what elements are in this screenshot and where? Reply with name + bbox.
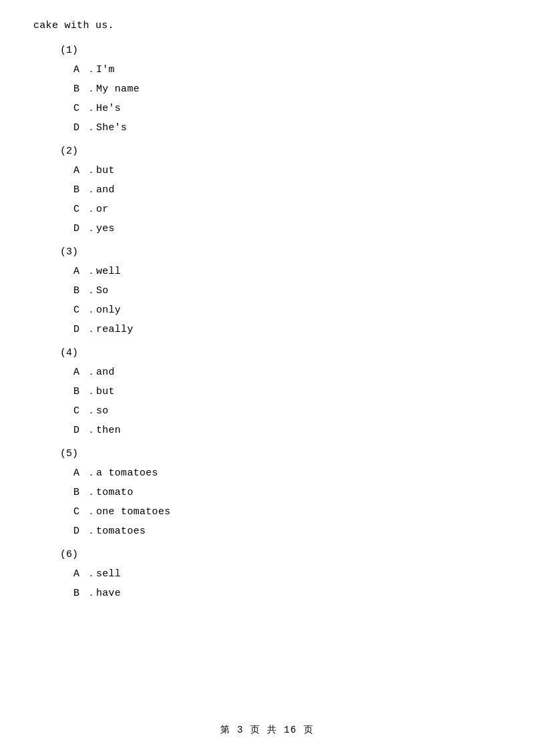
question-1-option-d[interactable]: D ．She's	[73, 121, 501, 134]
question-3-option-a[interactable]: A ．well	[73, 264, 501, 277]
question-2-option-a[interactable]: A ．but	[73, 164, 501, 176]
question-1-option-a[interactable]: A ．I'm	[73, 63, 501, 75]
question-3-option-b[interactable]: B ．So	[73, 284, 501, 297]
question-4-option-c[interactable]: C ．so	[73, 404, 501, 417]
question-2-option-d[interactable]: D ．yes	[73, 222, 501, 234]
question-3-option-d[interactable]: D ．really	[73, 323, 501, 335]
question-number-4: (4)	[60, 347, 501, 359]
question-4-option-d[interactable]: D ．then	[73, 423, 501, 436]
question-number-6: (6)	[60, 549, 501, 560]
page-footer: 第 3 页 共 16 页	[0, 724, 534, 736]
question-5-option-d[interactable]: D ．tomatoes	[73, 524, 501, 537]
intro-text: cake with us.	[33, 20, 501, 31]
question-1-option-c[interactable]: C ．He's	[73, 102, 501, 114]
question-number-2: (2)	[60, 146, 501, 157]
question-4-option-a[interactable]: A ．and	[73, 365, 501, 378]
question-2-option-c[interactable]: C ．or	[73, 202, 501, 215]
question-5-option-a[interactable]: A ．a tomatoes	[73, 466, 501, 479]
question-number-1: (1)	[60, 45, 501, 56]
question-6-option-a[interactable]: A ．sell	[73, 567, 501, 580]
question-3-option-c[interactable]: C ．only	[73, 303, 501, 316]
questions-container: (1)A ．I'mB ．My nameC ．He'sD ．She's(2)A ．…	[33, 45, 501, 599]
question-2-option-b[interactable]: B ．and	[73, 183, 501, 196]
main-content: cake with us. (1)A ．I'mB ．My nameC ．He's…	[33, 20, 501, 599]
question-number-5: (5)	[60, 448, 501, 459]
page-number: 第 3 页 共 16 页	[220, 725, 314, 735]
question-5-option-c[interactable]: C ．one tomatoes	[73, 505, 501, 518]
question-5-option-b[interactable]: B ．tomato	[73, 486, 501, 498]
question-6-option-b[interactable]: B ．have	[73, 586, 501, 599]
question-1-option-b[interactable]: B ．My name	[73, 82, 501, 95]
question-4-option-b[interactable]: B ．but	[73, 385, 501, 397]
question-number-3: (3)	[60, 246, 501, 258]
